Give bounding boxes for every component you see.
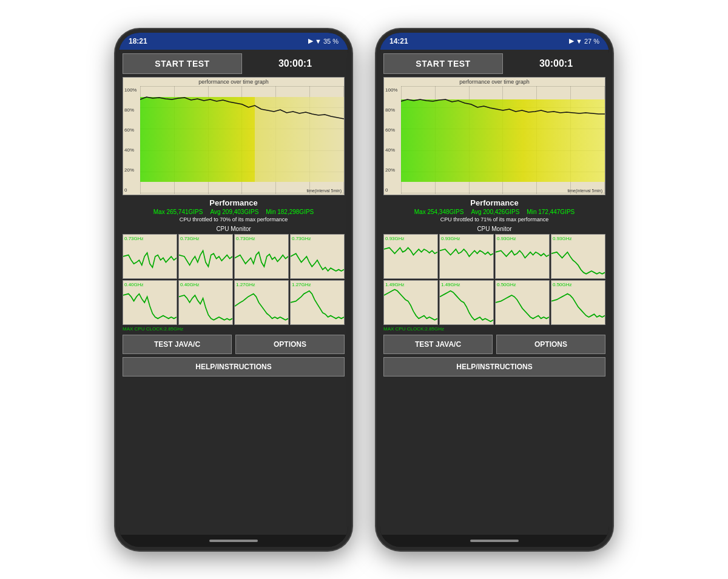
perf-throttle-2: CPU throttled to 71% of its max performa… [383,216,605,223]
cpu-freq-1-1: 0.73GHz [180,236,200,241]
cpu-cell-2-2: 0.93GHz [495,234,550,279]
perf-avg-1: Avg 209,403GIPS [210,209,258,215]
phone-1: 18:21 ▶ ▼ 35 % START TEST 30:00:1 perfor… [115,29,352,551]
cpu-monitor-title-2: CPU Monitor [383,226,605,232]
cpu-cell-1-6: 1.27GHz [234,280,289,325]
time-1: 18:21 [129,37,147,45]
perf-throttle-1: CPU throttled to 70% of its max performa… [123,216,345,223]
options-button-2[interactable]: OPTIONS [496,335,605,354]
start-test-button-1[interactable]: START TEST [123,53,242,74]
help-button-2[interactable]: HELP/INSTRUCTIONS [383,357,605,377]
app-content-1: START TEST 30:00:1 performance over time… [119,50,348,535]
perf-avg-2: Avg 200,426GIPS [471,209,519,215]
cpu-grid-2: 0.93GHz 0.93GHz 0.93 [383,234,605,325]
cpu-freq-1-7: 1.27GHz [292,282,311,287]
chart-x-label-2: time(interval 5min) [567,189,602,193]
cpu-freq-2-4: 1.49GHz [385,282,405,287]
cpu-grid-1: 0.73GHz 0.73GHz [123,234,345,325]
perf-max-1: Max 265,741GIPS [153,209,203,215]
performance-chart-2: performance over time graph 100% 80% 60%… [383,77,605,195]
home-indicator-2 [470,540,519,542]
cpu-freq-1-2: 0.73GHz [236,236,255,241]
cpu-monitor-2: CPU Monitor 0.93GHz 0.93GHz [383,226,605,332]
perf-stats-1: Max 265,741GIPS Avg 209,403GIPS Min 182,… [123,209,345,215]
cpu-freq-1-0: 0.73GHz [124,236,144,241]
phones-container: 18:21 ▶ ▼ 35 % START TEST 30:00:1 perfor… [115,29,613,551]
perf-title-2: Performance [383,198,605,207]
signal-icon-2: ▶ [569,37,574,45]
status-icons-2: ▶ ▼ 27 % [569,37,599,45]
chart-area-2: 100% 80% 60% 40% 20% 0 [384,86,605,194]
chart-y-labels-1: 100% 80% 60% 40% 20% 0 [123,86,141,194]
cpu-freq-1-5: 0.40GHz [180,282,200,287]
cpu-cell-1-3: 0.73GHz [290,234,345,279]
svg-rect-1 [255,97,344,182]
perf-min-1: Min 182,298GIPS [266,209,314,215]
phone-2: 14:21 ▶ ▼ 27 % START TEST 30:00:1 perfor… [376,29,613,551]
battery-icon-2: 27 % [584,38,599,45]
perf-stats-2: Max 254,348GIPS Avg 200,426GIPS Min 172,… [383,209,605,215]
chart-svg-2 [401,86,605,194]
app-content-2: START TEST 30:00:1 performance over time… [380,50,609,535]
timer-2: 30:00:1 [507,58,605,69]
perf-min-2: Min 172,447GIPS [527,209,575,215]
cpu-freq-1-4: 0.40GHz [124,282,144,287]
cpu-cell-1-2: 0.73GHz [234,234,289,279]
options-button-1[interactable]: OPTIONS [235,335,345,354]
cpu-freq-2-6: 0.50GHz [497,282,516,287]
cpu-cell-1-1: 0.73GHz [178,234,233,279]
cpu-monitor-title-1: CPU Monitor [123,226,345,232]
status-icons-1: ▶ ▼ 35 % [308,37,339,45]
cpu-freq-2-5: 1.49GHz [441,282,460,287]
chart-y-labels-2: 100% 80% 60% 40% 20% 0 [384,86,402,194]
cpu-freq-1-6: 1.27GHz [236,282,255,287]
cpu-cell-2-0: 0.93GHz [383,234,438,279]
cpu-cell-1-7: 1.27GHz [290,280,345,325]
time-2: 14:21 [389,37,408,45]
cpu-cell-2-3: 0.93GHz [551,234,605,279]
max-cpu-clock-2: MAX CPU CLOCK:2.85GHz [383,326,605,332]
svg-rect-10 [401,99,605,182]
cpu-freq-1-3: 0.73GHz [292,236,311,241]
home-indicator-1 [209,540,258,542]
performance-chart-1: performance over time graph 100% 80% 60%… [123,77,345,195]
cpu-cell-2-7: 0.50GHz [551,280,605,325]
bottom-buttons-1: TEST JAVA/C OPTIONS [123,335,345,354]
signal-icon-1: ▶ [308,37,313,45]
test-java-button-1[interactable]: TEST JAVA/C [123,335,232,354]
home-bar-1 [119,535,348,547]
chart-title-2: performance over time graph [384,78,605,86]
cpu-freq-2-7: 0.50GHz [553,282,572,287]
cpu-cell-2-5: 1.49GHz [439,280,494,325]
perf-section-1: Performance Max 265,741GIPS Avg 209,403G… [123,198,345,223]
wifi-icon-2: ▼ [576,38,582,45]
perf-section-2: Performance Max 254,348GIPS Avg 200,426G… [383,198,605,223]
battery-icon-1: 35 % [323,38,339,45]
cpu-monitor-1: CPU Monitor 0.73GHz 0.73GHz [123,226,345,332]
status-bar-1: 18:21 ▶ ▼ 35 % [119,33,348,50]
max-cpu-clock-1: MAX CPU CLOCK:2.85GHz [123,326,345,332]
cpu-cell-1-0: 0.73GHz [123,234,177,279]
chart-title-1: performance over time graph [123,78,344,86]
help-button-1[interactable]: HELP/INSTRUCTIONS [123,357,345,377]
chart-area-1: 100% 80% 60% 40% 20% 0 [123,86,344,194]
cpu-freq-2-2: 0.93GHz [497,236,516,241]
cpu-cell-1-5: 0.40GHz [178,280,233,325]
top-bar-2: START TEST 30:00:1 [383,53,605,74]
perf-title-1: Performance [123,198,345,207]
perf-max-2: Max 254,348GIPS [414,209,464,215]
chart-x-label-1: time(interval 5min) [306,189,342,193]
cpu-cell-2-6: 0.50GHz [495,280,550,325]
status-bar-2: 14:21 ▶ ▼ 27 % [380,33,609,50]
top-bar-1: START TEST 30:00:1 [123,53,345,74]
start-test-button-2[interactable]: START TEST [383,53,503,74]
cpu-freq-2-0: 0.93GHz [385,236,405,241]
timer-1: 30:00:1 [246,58,345,69]
home-bar-2 [380,535,609,547]
wifi-icon-1: ▼ [315,38,322,45]
bottom-buttons-2: TEST JAVA/C OPTIONS [383,335,605,354]
cpu-cell-2-1: 0.93GHz [439,234,494,279]
cpu-freq-2-3: 0.93GHz [553,236,572,241]
cpu-freq-2-1: 0.93GHz [441,236,460,241]
test-java-button-2[interactable]: TEST JAVA/C [383,335,493,354]
